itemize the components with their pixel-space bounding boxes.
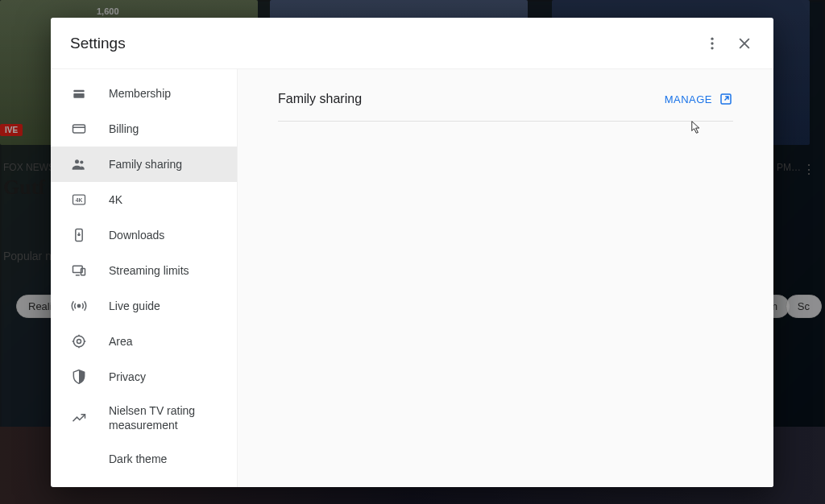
- sidebar-item-label: Billing: [109, 122, 139, 136]
- sidebar-item-label: Downloads: [109, 228, 164, 242]
- manage-link-label: Manage: [665, 93, 712, 105]
- sidebar-item-downloads[interactable]: Downloads: [51, 217, 237, 253]
- open-in-new-icon: [719, 92, 733, 106]
- close-icon: [736, 35, 752, 52]
- shield-icon: [70, 368, 88, 386]
- svg-point-1: [711, 42, 713, 44]
- trending-icon: [70, 409, 88, 427]
- svg-rect-13: [81, 269, 85, 275]
- sidebar-item-live-guide[interactable]: Live guide: [51, 288, 237, 324]
- sidebar-item-dark-theme[interactable]: Dark theme: [51, 441, 237, 477]
- svg-point-8: [80, 160, 83, 163]
- dialog-title: Settings: [70, 35, 696, 52]
- sidebar-item-family-sharing[interactable]: Family sharing: [51, 147, 237, 182]
- sidebar-item-streaming-limits[interactable]: Streaming limits: [51, 253, 237, 288]
- more-options-button[interactable]: [696, 27, 728, 60]
- svg-text:4K: 4K: [76, 197, 83, 203]
- settings-content: Family sharing Manage: [238, 69, 773, 487]
- broadcast-icon: [70, 297, 88, 315]
- settings-dialog: Settings Membership Billing: [51, 18, 773, 487]
- sidebar-item-membership[interactable]: Membership: [51, 76, 237, 111]
- svg-point-17: [73, 336, 84, 346]
- svg-point-16: [77, 340, 81, 344]
- sidebar-item-label: Dark theme: [109, 452, 167, 466]
- svg-point-0: [711, 37, 713, 39]
- close-button[interactable]: [728, 27, 761, 60]
- download-icon: [70, 226, 88, 244]
- sidebar-item-label: Membership: [109, 86, 171, 101]
- sidebar-item-label: Live guide: [109, 299, 160, 313]
- svg-point-7: [75, 159, 79, 163]
- svg-point-2: [711, 47, 713, 49]
- devices-icon: [70, 262, 88, 279]
- manage-link[interactable]: Manage: [665, 92, 733, 106]
- membership-icon: [70, 85, 88, 102]
- credit-card-icon: [70, 120, 88, 138]
- sidebar-item-label: Streaming limits: [109, 263, 189, 278]
- dialog-body: Membership Billing Family sharing 4K 4K: [51, 69, 773, 487]
- svg-rect-3: [73, 90, 84, 93]
- location-icon: [70, 333, 88, 350]
- sidebar-item-label: Nielsen TV rating measurement: [109, 403, 218, 432]
- sidebar-item-label: Family sharing: [109, 157, 182, 171]
- dialog-header: Settings: [51, 18, 773, 69]
- family-sharing-row: Family sharing Manage: [278, 92, 733, 122]
- sidebar-item-label: Privacy: [109, 370, 146, 384]
- svg-rect-4: [73, 93, 84, 98]
- sidebar-item-label: 4K: [109, 192, 122, 207]
- moon-icon: [70, 450, 88, 468]
- svg-rect-5: [73, 125, 85, 133]
- sidebar-item-label: Area: [109, 334, 133, 349]
- 4k-icon: 4K: [70, 191, 88, 209]
- sidebar-item-billing[interactable]: Billing: [51, 111, 237, 147]
- people-icon: [70, 155, 88, 173]
- sidebar-item-4k[interactable]: 4K 4K: [51, 182, 237, 217]
- sidebar-item-privacy[interactable]: Privacy: [51, 359, 237, 395]
- sidebar-item-area[interactable]: Area: [51, 324, 237, 359]
- more-vert-icon: [704, 35, 720, 52]
- section-title: Family sharing: [278, 92, 362, 106]
- sidebar-item-nielsen[interactable]: Nielsen TV rating measurement: [51, 395, 237, 441]
- svg-point-15: [77, 304, 80, 307]
- settings-sidebar: Membership Billing Family sharing 4K 4K: [51, 69, 238, 487]
